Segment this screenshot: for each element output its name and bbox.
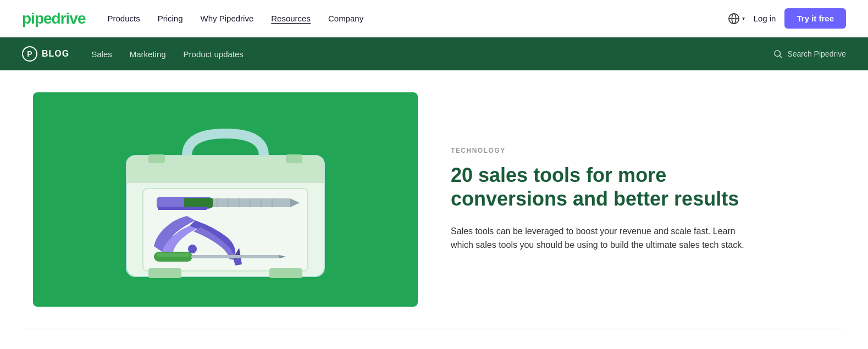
pipedrive-blog-icon: P <box>22 46 37 62</box>
bottom-divider <box>22 329 846 329</box>
login-button[interactable]: Log in <box>754 14 776 23</box>
svg-rect-7 <box>126 169 324 183</box>
svg-rect-11 <box>148 268 181 278</box>
chevron-down-icon: ▾ <box>742 15 745 21</box>
top-navigation: pipedrive Products Pricing Why Pipedrive… <box>0 0 868 37</box>
svg-rect-10 <box>286 154 302 163</box>
blog-search[interactable]: Search Pipedrive <box>773 49 846 59</box>
nav-pricing[interactable]: Pricing <box>158 14 183 23</box>
main-content: TECHNOLOGY 20 sales tools for more conve… <box>0 70 868 329</box>
try-free-button[interactable]: Try it free <box>784 8 846 29</box>
nav-links: Products Pricing Why Pipedrive Resources… <box>107 14 727 23</box>
hero-image[interactable] <box>33 92 418 307</box>
svg-rect-28 <box>191 255 279 258</box>
search-label: Search Pipedrive <box>787 49 846 58</box>
blog-bar: P BLOG Sales Marketing Product updates S… <box>0 37 868 70</box>
search-icon <box>773 49 783 59</box>
article-category: TECHNOLOGY <box>451 147 759 154</box>
article-title[interactable]: 20 sales tools for more conversions and … <box>451 163 759 210</box>
article-info: TECHNOLOGY 20 sales tools for more conve… <box>451 147 759 252</box>
blog-nav-marketing[interactable]: Marketing <box>130 49 166 59</box>
svg-point-24 <box>188 245 197 253</box>
svg-line-4 <box>780 56 782 58</box>
nav-company[interactable]: Company <box>328 14 363 23</box>
language-selector[interactable]: ▾ <box>728 13 745 25</box>
svg-rect-9 <box>148 154 165 163</box>
blog-navigation: Sales Marketing Product updates <box>91 49 773 59</box>
logo[interactable]: pipedrive <box>22 10 85 27</box>
nav-right: ▾ Log in Try it free <box>728 8 846 29</box>
nav-products[interactable]: Products <box>107 14 140 23</box>
article-description: Sales tools can be leveraged to boost yo… <box>451 224 759 252</box>
globe-icon <box>728 13 740 25</box>
nav-why-pipedrive[interactable]: Why Pipedrive <box>201 14 254 23</box>
blog-nav-product-updates[interactable]: Product updates <box>184 49 244 59</box>
toolbox-illustration <box>93 106 357 293</box>
svg-rect-22 <box>158 207 207 210</box>
nav-resources[interactable]: Resources <box>271 14 311 23</box>
blog-logo[interactable]: P BLOG <box>22 46 69 62</box>
svg-rect-21 <box>184 198 213 208</box>
svg-rect-30 <box>157 253 190 257</box>
blog-label: BLOG <box>42 49 69 59</box>
svg-rect-12 <box>269 268 302 278</box>
blog-nav-sales[interactable]: Sales <box>91 49 112 59</box>
svg-point-3 <box>775 51 781 57</box>
